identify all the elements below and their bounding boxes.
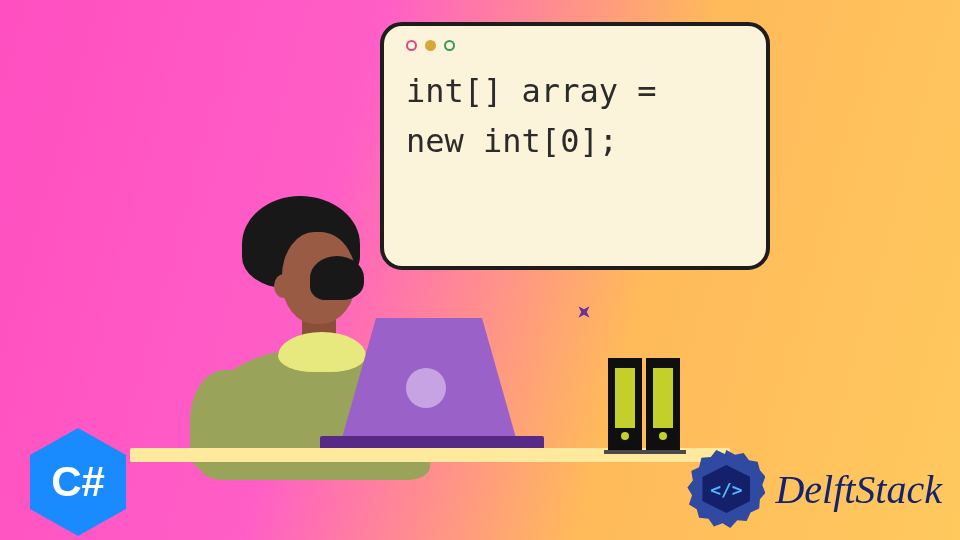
delftstack-mark-icon: </>	[687, 450, 765, 528]
tutorial-hero-illustration: int[] array = new int[0]; C# </> DelftSt…	[0, 0, 960, 540]
sparkle-icon	[573, 301, 596, 324]
binder-ring-icon	[659, 432, 667, 440]
code-line-1: int[] array =	[406, 67, 744, 117]
binder-ring-icon	[621, 432, 629, 440]
window-dot-close-icon	[406, 40, 417, 51]
person-ear	[274, 274, 294, 298]
csharp-badge: C#	[30, 428, 126, 536]
window-controls	[406, 40, 744, 51]
window-dot-max-icon	[444, 40, 455, 51]
code-line-2: new int[0];	[406, 117, 744, 167]
delftstack-mark-glyph: </>	[710, 479, 743, 500]
binder-spine	[653, 368, 673, 428]
binder	[608, 358, 642, 450]
code-window: int[] array = new int[0];	[380, 22, 770, 270]
binders-base	[604, 450, 686, 454]
delftstack-wordmark: DelftStack	[775, 466, 942, 513]
laptop-logo-icon	[406, 368, 446, 408]
window-dot-min-icon	[425, 40, 436, 51]
delftstack-logo: </> DelftStack	[687, 450, 942, 528]
binder-spine	[615, 368, 635, 428]
person-hair-back	[310, 256, 364, 300]
binder	[646, 358, 680, 450]
csharp-badge-label: C#	[51, 458, 105, 506]
